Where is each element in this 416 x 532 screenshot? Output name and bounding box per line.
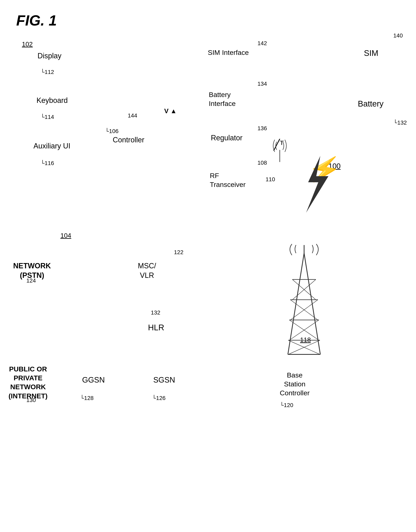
- battery-external-ref: └132: [393, 120, 407, 126]
- sim-external-ref: 140: [393, 32, 403, 39]
- msc-vlr-label: MSC/VLR: [138, 261, 156, 280]
- public-private-ref: 130: [26, 397, 36, 403]
- sim-interface-ref: 142: [258, 40, 267, 47]
- svg-marker-72: [306, 156, 328, 213]
- controller-ref: └106: [105, 128, 119, 134]
- keyboard-ref: └114: [40, 114, 54, 120]
- battery-interface-label: BatteryInterface: [209, 90, 236, 108]
- figure-title: FIG. 1: [16, 12, 57, 29]
- hlr-label: HLR: [148, 323, 164, 332]
- ggsn-ref: └128: [80, 395, 94, 401]
- ggsn-label: GGSN: [82, 376, 105, 384]
- battery-external-label: Battery: [358, 99, 384, 108]
- antenna-ref-110: 110: [266, 176, 275, 183]
- base-station-ref: └120: [280, 402, 293, 408]
- sim-interface-label: SIM Interface: [208, 49, 249, 57]
- sgsn-ref: └126: [152, 395, 166, 401]
- battery-interface-ref: 134: [258, 81, 267, 87]
- base-station-label: BaseStationController: [280, 370, 310, 398]
- controller-label: Controller: [113, 136, 144, 144]
- voltage-label: V ▲: [164, 107, 177, 115]
- keyboard-label: Keyboard: [37, 96, 68, 105]
- auxiliary-ui-ref: └116: [40, 160, 54, 166]
- sim-external-label: SIM: [364, 49, 378, 58]
- hlr-ref: 132: [151, 309, 160, 316]
- msc-vlr-ref: 122: [174, 249, 183, 256]
- public-private-network-label: PUBLIC ORPRIVATENETWORK(INTERNET): [9, 364, 48, 400]
- rf-transceiver-label: RFTransceiver: [210, 171, 246, 189]
- label-144: 144: [128, 112, 137, 119]
- auxiliary-ui-label: Auxiliary UI: [33, 142, 70, 150]
- display-label: Display: [38, 52, 61, 60]
- rf-transceiver-ref: 108: [258, 160, 267, 166]
- sgsn-label: SGSN: [153, 376, 175, 384]
- regulator-label: Regulator: [211, 134, 242, 142]
- network-pstn-ref: 124: [26, 277, 36, 284]
- display-ref: └112: [40, 69, 54, 75]
- label-102: 102: [22, 40, 33, 48]
- label-104: 104: [60, 232, 71, 239]
- regulator-ref: 136: [258, 125, 267, 132]
